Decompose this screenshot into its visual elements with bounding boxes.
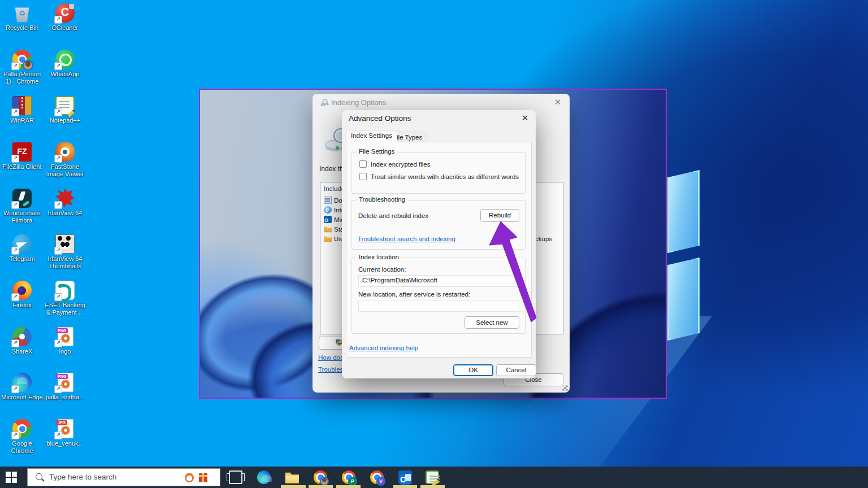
png-tag: PNG: [56, 374, 68, 379]
desktop-icon-filmora[interactable]: ↗ Wondershare Filmora: [1, 189, 44, 224]
desktop-icon-palla-sridha-png[interactable]: PNG↗ palla_sridha...: [44, 373, 86, 401]
faststone-eye-icon: [62, 380, 70, 388]
desktop-icon-label: palla_sridha...: [44, 394, 86, 401]
ok-button[interactable]: OK: [453, 364, 493, 376]
faststone-eye-icon: [62, 334, 70, 342]
desktop-icon-google-chrome[interactable]: ↗ Google Chrome: [1, 419, 44, 455]
start-button[interactable]: [6, 472, 17, 483]
desktop-icon-filezilla[interactable]: ↗ FileZilla Client: [1, 142, 44, 171]
desktop-icon-recycle-bin[interactable]: Recycle Bin: [1, 3, 44, 32]
shortcut-arrow-icon: ↗: [54, 201, 62, 209]
desktop-icon-label: WhatsApp: [44, 71, 86, 78]
desktop-icon-label: IrfanView 64: [44, 210, 86, 217]
rebuild-button[interactable]: Rebuild: [480, 209, 519, 222]
desktop-icon-label: FastStone Image Viewer: [44, 163, 86, 178]
taskbar-outlook[interactable]: [398, 470, 412, 484]
outlook-icon: [324, 216, 332, 223]
advanced-indexing-help-link[interactable]: Advanced indexing help: [349, 345, 418, 351]
checkbox-diacritics[interactable]: [359, 173, 367, 180]
edge-icon: [257, 470, 271, 484]
cancel-button[interactable]: Cancel: [496, 364, 536, 376]
tab-index-settings[interactable]: Index Settings: [346, 130, 397, 142]
taskbar-chrome-profile-3[interactable]: V: [370, 470, 384, 484]
desktop-icon-irfanview[interactable]: ↗ IrfanView 64: [44, 189, 86, 217]
current-location-label: Current location:: [358, 266, 406, 273]
faststone-eye-icon: [62, 426, 70, 434]
shortcut-arrow-icon: ↗: [54, 432, 62, 439]
current-location-field[interactable]: C:\ProgramData\Microsoft: [358, 275, 519, 286]
desktop-icon-label: WinRAR: [1, 117, 44, 124]
taskbar-file-explorer[interactable]: [285, 470, 299, 484]
desktop-icon-label: Palla (Person 1) - Chrome: [1, 71, 44, 85]
shortcut-arrow-icon: ↗: [11, 155, 19, 163]
desktop-icon-label: FileZilla Client: [1, 163, 44, 171]
new-location-field[interactable]: [358, 300, 519, 312]
checkbox-row: Treat similar words with diacritics as d…: [359, 173, 519, 180]
internet-explorer-icon: [324, 206, 332, 213]
taskbar-notepadpp[interactable]: [426, 470, 439, 484]
taskbar-chrome-profile-1[interactable]: [314, 470, 327, 484]
shortcut-arrow-icon: ↗: [11, 293, 19, 301]
shortcut-arrow-icon: ↗: [54, 155, 62, 163]
troubleshoot-search-link[interactable]: Troubleshoot search and indexing: [358, 236, 455, 242]
advanced-options-dialog: Advanced Options ✕ Index Settings File T…: [342, 110, 536, 378]
checkbox-row: Index encrypted files: [359, 160, 430, 168]
desktop-icon-blue-venuk-jpg[interactable]: JPG↗ blue_venuk...: [44, 419, 86, 447]
running-indicator: [281, 485, 306, 488]
shortcut-arrow-icon: ↗: [54, 339, 62, 347]
resize-grip[interactable]: [562, 385, 568, 391]
desktop-icon-winrar[interactable]: ↗ WinRAR: [1, 96, 44, 124]
checkbox-index-encrypted[interactable]: [359, 160, 367, 168]
desktop-icon-label: CCleaner: [44, 24, 86, 32]
delete-rebuild-label: Delete and rebuild index: [358, 212, 428, 219]
close-icon[interactable]: ✕: [519, 113, 531, 123]
desktop-icon-edge[interactable]: ↗ Microsoft Edge: [1, 373, 44, 401]
uac-shield-icon: [336, 339, 342, 346]
desktop-icon-sharex[interactable]: ↗ ShareX: [1, 327, 44, 355]
select-new-button[interactable]: Select new: [465, 316, 519, 329]
taskbar-search-box[interactable]: Type here to search: [27, 468, 220, 486]
checkbox-label: Index encrypted files: [371, 161, 430, 168]
desktop-icon-faststone[interactable]: ↗ FastStone Image Viewer: [44, 142, 86, 178]
alarm-clock-icon[interactable]: [185, 473, 194, 482]
taskbar-edge[interactable]: [257, 470, 271, 484]
desktop-icon-label: Microsoft Edge: [1, 394, 44, 401]
desktop-icon-telegram[interactable]: ↗ Telegram: [1, 234, 44, 263]
taskbar-chrome-profile-2[interactable]: P: [342, 470, 355, 484]
desktop-icon-label: Recycle Bin: [1, 24, 44, 32]
running-indicator: [309, 485, 333, 488]
task-view-icon: [229, 470, 242, 484]
desktop-icon-ccleaner[interactable]: ↗ CCleaner: [44, 3, 86, 32]
task-view-button[interactable]: [229, 470, 242, 484]
desktop-icon-notepadpp[interactable]: ↗ Notepad++: [44, 96, 86, 124]
desktop-icon-firefox[interactable]: ↗ Firefox: [1, 281, 44, 309]
group-legend: Index location: [357, 254, 401, 260]
folder-icon: [324, 225, 332, 233]
close-icon[interactable]: ✕: [552, 97, 564, 107]
running-indicator: [336, 485, 361, 488]
file-settings-group: File Settings Index encrypted files Trea…: [351, 152, 526, 194]
shortcut-arrow-icon: ↗: [54, 293, 62, 301]
desktop-icon-label: Wondershare Filmora: [1, 210, 44, 224]
desktop-icon-label: ESET Banking & Payment ...: [44, 302, 86, 316]
shortcut-arrow-icon: ↗: [11, 339, 19, 347]
desktop-icon-label: logo: [44, 348, 86, 355]
running-indicator: [393, 485, 417, 488]
desktop-icon-eset-banking[interactable]: ↗ ESET Banking & Payment ...: [44, 281, 86, 316]
shortcut-arrow-icon: ↗: [54, 108, 62, 116]
desktop-icon-logo-png[interactable]: PNG↗ logo: [44, 327, 86, 355]
desktop-icon-irfanview-thumbnails[interactable]: ↗ IrfanView 64 Thumbnails: [44, 234, 86, 270]
desktop-icon-palla-chrome[interactable]: ↗ Palla (Person 1) - Chrome: [1, 50, 44, 85]
windows-logo-pane-top: [667, 170, 700, 253]
dialog-title: Advanced Options: [349, 114, 411, 123]
desktop-icon-whatsapp[interactable]: ↗ WhatsApp: [44, 50, 86, 78]
chrome-profile-avatar: [320, 477, 329, 486]
gift-icon[interactable]: [199, 473, 207, 482]
notepadpp-icon: [426, 470, 439, 484]
desktop-icon-label: Notepad++: [44, 117, 86, 124]
folder-icon: [324, 235, 332, 242]
chrome-profile-avatar: [23, 60, 33, 71]
shortcut-arrow-icon: ↗: [11, 385, 19, 393]
shortcut-arrow-icon: ↗: [54, 16, 62, 24]
index-settings-panel: File Settings Index encrypted files Trea…: [346, 142, 532, 358]
